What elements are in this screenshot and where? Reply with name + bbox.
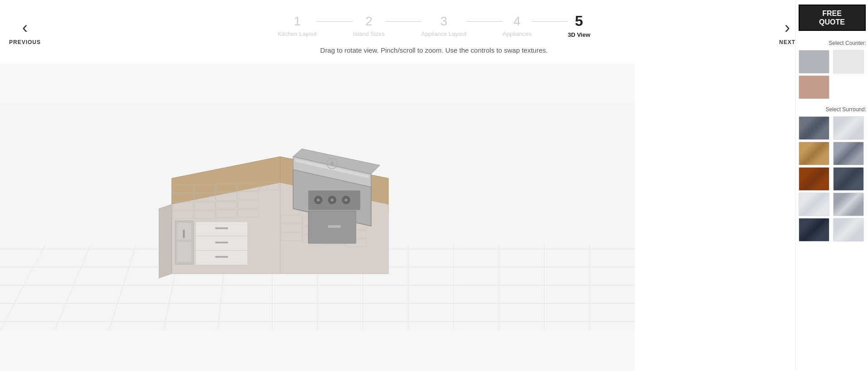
next-label: NEXT [779, 39, 795, 45]
surround-swatch-s3[interactable] [799, 142, 829, 165]
3d-viewport[interactable] [0, 64, 635, 371]
kitchen-3d-model [159, 109, 454, 300]
step-line-2 [385, 21, 421, 22]
surround-swatch-s2[interactable] [833, 116, 864, 140]
step-5: 53D View [568, 13, 590, 38]
prev-label: PREVIOUS [9, 39, 41, 45]
svg-rect-77 [177, 241, 192, 262]
surround-swatch-s8[interactable] [833, 193, 864, 216]
counter-swatch-c1[interactable] [799, 50, 829, 74]
surround-swatch-s7[interactable] [799, 193, 829, 216]
step-number-5: 5 [575, 13, 583, 30]
svg-rect-72 [328, 225, 341, 228]
step-label-1: Kitchen Layout [278, 30, 317, 37]
step-line-1 [317, 21, 353, 22]
step-number-2: 2 [366, 14, 373, 29]
step-line-4 [532, 21, 568, 22]
step-3: 3Appliance Layout [421, 14, 467, 37]
stepper: 1Kitchen Layout2Island Sizes3Appliance L… [0, 0, 868, 38]
svg-point-74 [331, 162, 334, 165]
svg-rect-42 [215, 228, 228, 229]
counter-label: Select Counter: [829, 40, 868, 46]
counter-swatch-c2[interactable] [833, 50, 864, 74]
svg-rect-44 [215, 256, 228, 258]
surround-swatch-s6[interactable] [833, 167, 864, 191]
right-panel: FREEQUOTE Select Counter: Select Surroun… [795, 0, 868, 371]
surround-swatch-s10[interactable] [833, 218, 864, 242]
subtitle: Drag to rotate view. Pinch/scroll to zoo… [0, 46, 868, 54]
surround-swatch-s5[interactable] [799, 167, 829, 191]
surround-swatch-s1[interactable] [799, 116, 829, 140]
step-label-2: Island Sizes [353, 30, 385, 37]
step-1: 1Kitchen Layout [278, 14, 317, 37]
step-number-1: 1 [294, 14, 301, 29]
svg-point-68 [331, 199, 333, 202]
step-label-3: Appliance Layout [421, 30, 467, 37]
svg-rect-43 [215, 242, 228, 243]
svg-marker-21 [159, 204, 172, 278]
step-number-3: 3 [440, 14, 448, 29]
step-2: 2Island Sizes [353, 14, 385, 37]
step-4: 4Appliances [502, 14, 532, 37]
surround-label: Select Surround: [826, 106, 868, 113]
counter-swatch-c3[interactable] [799, 75, 829, 99]
surround-swatch-s9[interactable] [799, 218, 829, 242]
step-label-5: 3D View [568, 31, 590, 38]
svg-rect-78 [183, 229, 185, 238]
step-number-4: 4 [513, 14, 521, 29]
svg-point-66 [317, 199, 320, 202]
surround-swatches [799, 116, 866, 242]
counter-swatches [799, 50, 866, 99]
surround-swatch-s4[interactable] [833, 142, 864, 165]
svg-point-70 [345, 199, 347, 202]
step-label-4: Appliances [502, 30, 532, 37]
step-line-3 [466, 21, 502, 22]
